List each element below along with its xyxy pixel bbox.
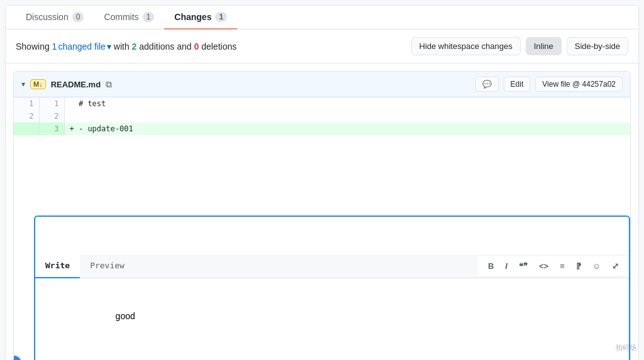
tab-discussion[interactable]: Discussion 0 [16,6,94,30]
comment-input[interactable]: good [108,303,630,360]
line-content-2 [64,110,630,123]
tab-bar: Discussion 0 Commits 1 Changes 1 [6,6,638,30]
side-by-side-button[interactable]: Side-by-side [567,37,628,55]
line-content-3: + - update-001 [64,123,630,135]
with-text: with [114,41,130,52]
code-button[interactable]: <> [536,260,551,272]
old-line-num-1: 1 [14,97,39,110]
diff-line-3: 3 + - update-001 [14,123,630,135]
watermark: 拍码场 [616,343,636,352]
diff-table: 1 1 # test 2 2 3 + - update-001 [14,97,630,360]
changed-label: changed file [58,41,106,52]
deletions-count: 0 [194,41,199,52]
tab-commits-badge: 1 [143,12,155,22]
summary-text: Showing 1 changed file ▾ with 2 addition… [16,41,236,52]
changed-count: 1 [52,41,57,52]
copy-path-icon[interactable]: ⧉ [106,79,112,90]
file-header-left: ▾ M↓ README.md ⧉ [21,79,112,90]
bold-button[interactable]: B [486,260,496,272]
fullscreen-button[interactable]: ⤢ [609,260,621,272]
edit-button[interactable]: Edit [504,77,531,92]
inline-button[interactable]: Inline [526,37,562,55]
file-header-right: 💬 Edit View file @ 44257a02 [475,77,623,92]
additions-count: 2 [132,41,137,52]
view-file-button[interactable]: View file @ 44257a02 [535,77,623,92]
new-line-num-1: 1 [39,97,64,110]
comment-tabs: Write Preview [35,254,135,278]
summary-bar: Showing 1 changed file ▾ with 2 addition… [6,30,638,63]
deletions-label: deletions [201,41,236,52]
quote-button[interactable]: ❝❞ [516,260,530,272]
comment-preview-tab[interactable]: Preview [80,254,135,278]
changed-file-link[interactable]: 1 changed file ▾ [52,41,111,52]
inline-comment-row: P Write Preview B [14,135,630,360]
new-line-num-2: 2 [39,110,64,123]
comment-toolbar: B I ❝❞ <> ≡ ⁋ ☺ ⤢ [478,256,629,276]
comment-write-tab[interactable]: Write [35,254,80,278]
file-header: ▾ M↓ README.md ⧉ 💬 Edit View file @ 4425… [14,72,630,97]
tab-commits[interactable]: Commits 1 [94,6,164,30]
showing-label: Showing [16,41,50,52]
comment-icon-button[interactable]: 💬 [475,77,499,92]
tab-discussion-badge: 0 [72,12,84,22]
file-type-badge: M↓ [30,79,46,89]
comment-box: Write Preview B I ❝❞ <> ≡ [34,215,630,360]
view-options: Hide whitespace changes Inline Side-by-s… [411,37,629,55]
diff-line-1: 1 1 # test [14,97,630,110]
tab-discussion-label: Discussion [26,12,69,22]
emoji-button[interactable]: ☺ [590,260,603,272]
file-diff-block: ▾ M↓ README.md ⧉ 💬 Edit View file @ 4425… [13,71,631,360]
additions-label: additions [139,41,174,52]
line-content-1: # test [64,97,630,110]
old-line-num-3 [14,123,39,135]
unordered-list-button[interactable]: ≡ [557,260,567,272]
ordered-list-button[interactable]: ⁋ [574,260,584,272]
tab-commits-label: Commits [104,12,138,22]
old-line-num-2: 2 [14,110,39,123]
tab-changes-label: Changes [174,12,211,22]
inline-comment-cell: P Write Preview B [14,135,630,360]
tab-changes[interactable]: Changes 1 [164,6,237,30]
file-name: README.md [51,80,101,89]
toggle-icon[interactable]: ▾ [21,80,25,89]
dropdown-icon: ▾ [107,41,111,52]
new-line-num-3: 3 [39,123,64,135]
and-text: and [177,41,191,52]
italic-button[interactable]: I [502,260,510,272]
diff-line-2: 2 2 [14,110,630,123]
hide-whitespace-button[interactable]: Hide whitespace changes [411,37,521,55]
tab-changes-badge: 1 [215,12,227,22]
user-avatar: P [13,356,21,361]
